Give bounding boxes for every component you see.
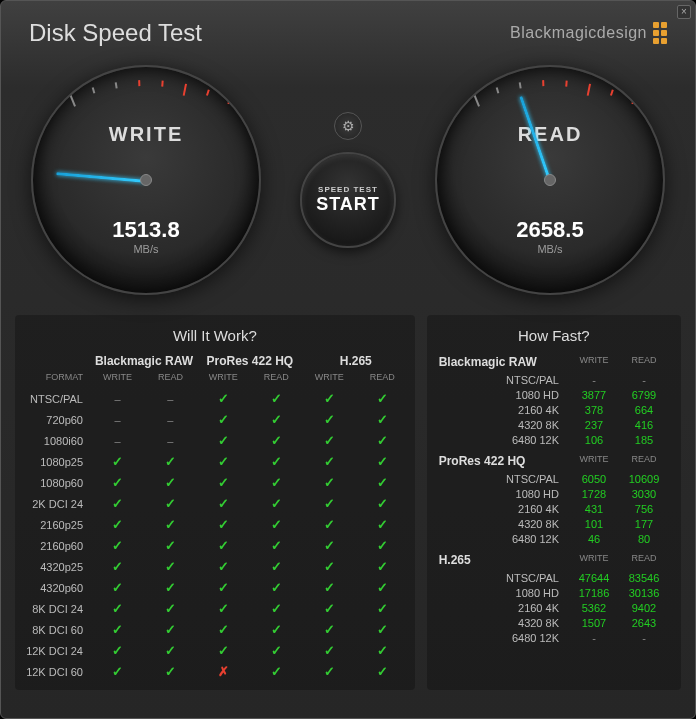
- brand-logo-icon: [653, 22, 667, 44]
- check-icon: ✓: [356, 622, 409, 637]
- how-fast-panel: How Fast? Blackmagic RAWWRITEREADNTSC/PA…: [427, 315, 681, 690]
- app-title: Disk Speed Test: [29, 19, 202, 47]
- check-icon: ✓: [250, 601, 303, 616]
- check-icon: ✓: [91, 454, 144, 469]
- check-icon: ✓: [303, 412, 356, 427]
- check-icon: ✓: [303, 622, 356, 637]
- check-icon: ✓: [197, 496, 250, 511]
- read-value: 9402: [619, 602, 669, 614]
- app-window: × Disk Speed Test Blackmagicdesign WRITE…: [0, 0, 696, 719]
- read-value: 177: [619, 518, 669, 530]
- read-unit: MB/s: [516, 243, 583, 255]
- check-icon: ✓: [303, 580, 356, 595]
- codec-header: ProRes 422 HQ: [197, 354, 303, 368]
- codec-header: Blackmagic RAW: [91, 354, 197, 368]
- format-label: 2K DCI 24: [21, 498, 91, 510]
- check-icon: ✓: [250, 475, 303, 490]
- check-icon: ✓: [91, 601, 144, 616]
- format-label: 2160p60: [21, 540, 91, 552]
- check-icon: ✓: [197, 643, 250, 658]
- format-label: 6480 12K: [439, 632, 569, 644]
- table-row: NTSC/PAL4764483546: [433, 570, 675, 585]
- check-icon: ✓: [144, 475, 197, 490]
- table-row: 1080p60✓✓✓✓✓✓: [21, 472, 409, 493]
- table-row: 2K DCI 24✓✓✓✓✓✓: [21, 493, 409, 514]
- codec-group: ProRes 422 HQWRITEREADNTSC/PAL6050106091…: [433, 451, 675, 546]
- format-label: NTSC/PAL: [21, 393, 91, 405]
- cross-icon: ✗: [197, 664, 250, 679]
- table-row: 12K DCI 24✓✓✓✓✓✓: [21, 640, 409, 661]
- check-icon: ✓: [356, 538, 409, 553]
- check-icon: ✓: [250, 643, 303, 658]
- table-row: 2160 4K431756: [433, 501, 675, 516]
- settings-button[interactable]: ⚙: [334, 112, 362, 140]
- check-icon: ✓: [144, 643, 197, 658]
- check-icon: ✓: [91, 538, 144, 553]
- check-icon: ✓: [197, 475, 250, 490]
- check-icon: ✓: [356, 496, 409, 511]
- table-row: 8K DCI 24✓✓✓✓✓✓: [21, 598, 409, 619]
- check-icon: ✓: [250, 559, 303, 574]
- check-icon: ✓: [303, 475, 356, 490]
- format-label: 4320 8K: [439, 518, 569, 530]
- format-label: 1080 HD: [439, 488, 569, 500]
- table-row: NTSC/PAL--: [433, 372, 675, 387]
- read-value: 2658.5: [516, 217, 583, 243]
- table-row: 4320 8K101177: [433, 516, 675, 531]
- check-icon: ✓: [144, 538, 197, 553]
- check-icon: ✓: [356, 517, 409, 532]
- write-value: 1507: [569, 617, 619, 629]
- close-button[interactable]: ×: [677, 5, 691, 19]
- write-value: 46: [569, 533, 619, 545]
- check-icon: ✓: [303, 391, 356, 406]
- write-value: 431: [569, 503, 619, 515]
- tables-row: Will It Work? Blackmagic RAW ProRes 422 …: [1, 315, 695, 704]
- check-icon: ✓: [250, 391, 303, 406]
- format-label: 2160 4K: [439, 503, 569, 515]
- write-value: 6050: [569, 473, 619, 485]
- write-value: 17186: [569, 587, 619, 599]
- format-label: NTSC/PAL: [439, 572, 569, 584]
- read-value: 416: [619, 419, 669, 431]
- read-value: 83546: [619, 572, 669, 584]
- check-icon: ✓: [91, 475, 144, 490]
- format-label: 720p60: [21, 414, 91, 426]
- check-icon: ✓: [303, 538, 356, 553]
- start-button[interactable]: SPEED TEST START: [300, 152, 396, 248]
- read-value: -: [619, 374, 669, 386]
- start-label: START: [316, 194, 380, 215]
- table-row: 6480 12K106185: [433, 432, 675, 447]
- check-icon: ✓: [356, 643, 409, 658]
- check-icon: ✓: [144, 622, 197, 637]
- check-icon: ✓: [144, 454, 197, 469]
- table-row: NTSC/PAL––✓✓✓✓: [21, 388, 409, 409]
- format-label: 4320 8K: [439, 419, 569, 431]
- table-row: 8K DCI 60✓✓✓✓✓✓: [21, 619, 409, 640]
- will-it-work-panel: Will It Work? Blackmagic RAW ProRes 422 …: [15, 315, 415, 690]
- check-icon: ✓: [144, 664, 197, 679]
- check-icon: ✓: [356, 664, 409, 679]
- write-value: 1728: [569, 488, 619, 500]
- read-value: 3030: [619, 488, 669, 500]
- check-icon: ✓: [197, 517, 250, 532]
- format-label: 12K DCI 60: [21, 666, 91, 678]
- check-icon: ✓: [303, 454, 356, 469]
- format-label: 1080p60: [21, 477, 91, 489]
- dash-icon: –: [144, 435, 197, 447]
- read-value: 10609: [619, 473, 669, 485]
- table-row: 4320 8K237416: [433, 417, 675, 432]
- table-row: 1080 HD38776799: [433, 387, 675, 402]
- format-label: 6480 12K: [439, 533, 569, 545]
- read-value: 6799: [619, 389, 669, 401]
- check-icon: ✓: [250, 517, 303, 532]
- check-icon: ✓: [144, 496, 197, 511]
- write-value: 3877: [569, 389, 619, 401]
- format-label: 1080 HD: [439, 587, 569, 599]
- check-icon: ✓: [91, 580, 144, 595]
- check-icon: ✓: [250, 433, 303, 448]
- format-label: 1080p25: [21, 456, 91, 468]
- read-gauge-label: READ: [518, 123, 583, 146]
- check-icon: ✓: [303, 559, 356, 574]
- format-label: 2160p25: [21, 519, 91, 531]
- check-icon: ✓: [197, 454, 250, 469]
